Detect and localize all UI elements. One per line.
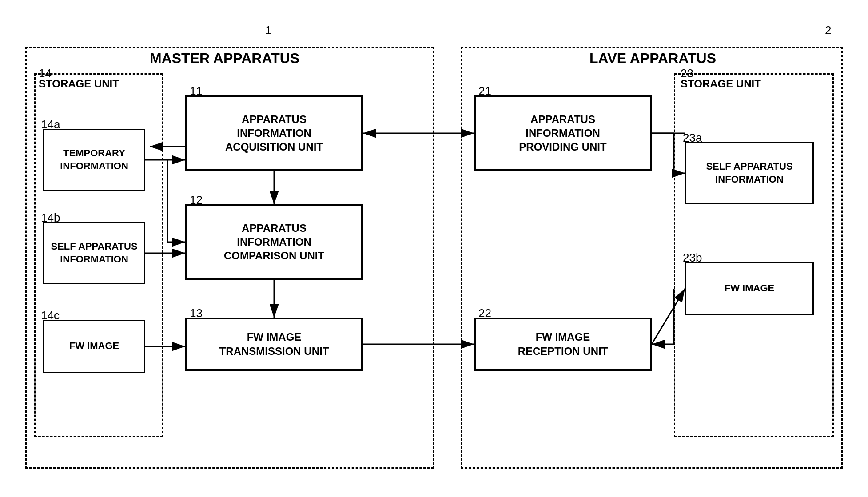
ref-14: 14 [39,67,52,80]
slave-title: LAVE APPARATUS [589,50,716,67]
fw-image-reception-block: FW IMAGERECEPTION UNIT [474,318,652,371]
fw-image-transmission-block: FW IMAGETRANSMISSION UNIT [185,318,363,371]
self-apparatus-info-block: SELF APPARATUSINFORMATION [43,222,145,284]
slave-self-apparatus-info-block: SELF APPARATUSINFORMATION [685,142,814,204]
apparatus-info-acquisition-block: APPARATUSINFORMATIONACQUISITION UNIT [185,95,363,171]
apparatus-info-comparison-block: APPARATUSINFORMATIONCOMPARISON UNIT [185,204,363,280]
ref-1: 1 [265,24,271,37]
fw-image-slave-block: FW IMAGE [685,262,814,315]
fw-image-master-block: FW IMAGE [43,320,145,373]
master-title: MASTER APPARATUS [150,50,299,67]
ref-23: 23 [681,67,693,80]
diagram-container: 1 2 MASTER APPARATUS LAVE APPARATUS STOR… [16,16,852,482]
temp-info-block: TEMPORARYINFORMATION [43,129,145,191]
apparatus-info-providing-block: APPARATUSINFORMATIONPROVIDING UNIT [474,95,652,171]
ref-2: 2 [825,24,831,37]
